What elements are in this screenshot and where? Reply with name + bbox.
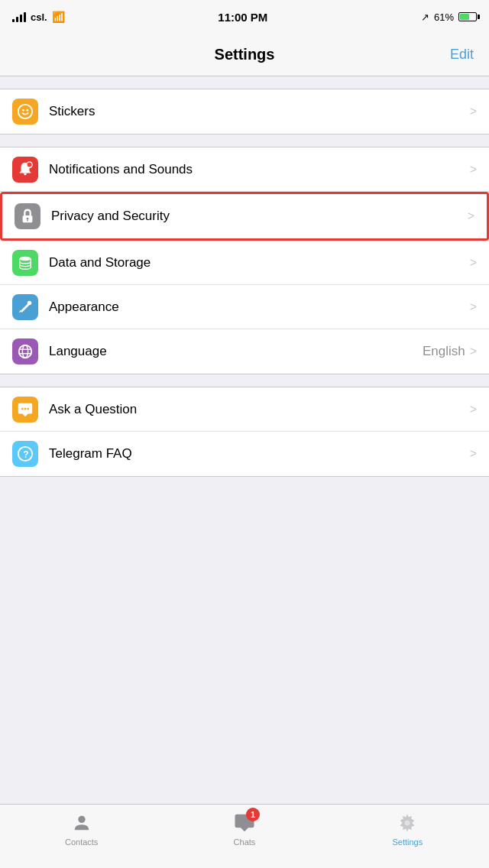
tab-chats[interactable]: 1 Chats [163, 811, 325, 847]
ask-icon [12, 397, 38, 423]
tab-contacts[interactable]: Contacts [0, 811, 163, 847]
page-title: Settings [215, 46, 275, 63]
settings-tab-label: Settings [392, 837, 423, 847]
stickers-icon [12, 99, 38, 125]
svg-point-9 [28, 300, 32, 305]
language-icon [12, 338, 38, 364]
status-time: 11:00 PM [218, 11, 267, 24]
notifications-chevron: > [470, 163, 477, 177]
ask-label: Ask a Question [49, 402, 470, 417]
language-chevron: > [470, 345, 477, 358]
stickers-label: Stickers [49, 104, 470, 119]
battery-percent: 61% [434, 11, 454, 23]
row-faq[interactable]: ? Telegram FAQ > [0, 432, 489, 476]
settings-tab-icon [395, 811, 419, 835]
stickers-svg [17, 103, 34, 120]
privacy-svg [19, 208, 36, 225]
stickers-chevron: > [470, 105, 477, 118]
notifications-svg [17, 161, 34, 178]
language-value: English [423, 344, 465, 359]
svg-point-0 [18, 105, 32, 118]
settings-content: Stickers > Notifications and Sounds > [0, 89, 489, 546]
chats-tab-label: Chats [234, 837, 256, 847]
row-stickers[interactable]: Stickers > [0, 89, 489, 134]
row-data[interactable]: Data and Storage > [0, 241, 489, 285]
appearance-svg [17, 299, 34, 316]
bar3 [20, 15, 22, 22]
section-stickers: Stickers > [0, 89, 489, 134]
signal-bars [12, 11, 26, 22]
data-label: Data and Storage [49, 255, 470, 270]
tab-bar: Contacts 1 Chats Settings [0, 804, 489, 868]
privacy-chevron: > [468, 209, 474, 223]
svg-point-11 [19, 345, 32, 358]
chats-tab-icon: 1 [232, 811, 257, 835]
svg-point-3 [27, 161, 32, 167]
appearance-icon [12, 294, 38, 320]
faq-chevron: > [470, 447, 477, 461]
notifications-label: Notifications and Sounds [49, 162, 470, 177]
language-svg [17, 343, 34, 360]
svg-text:?: ? [23, 449, 28, 460]
bar1 [12, 19, 15, 22]
contacts-icon [71, 812, 92, 834]
row-appearance[interactable]: Appearance > [0, 285, 489, 329]
status-bar: csl. 📶 11:00 PM ↗ 61% [0, 0, 489, 34]
svg-point-16 [24, 407, 27, 410]
faq-icon: ? [12, 441, 38, 467]
notifications-icon [12, 157, 38, 183]
status-right: ↗ 61% [421, 11, 477, 23]
row-language[interactable]: Language English > [0, 329, 489, 374]
svg-point-15 [21, 407, 24, 410]
section-help: Ask a Question > ? Telegram FAQ > [0, 387, 489, 477]
faq-svg: ? [17, 445, 34, 462]
data-chevron: > [470, 256, 477, 270]
tab-settings[interactable]: Settings [326, 811, 489, 847]
wifi-icon: 📶 [52, 11, 65, 23]
svg-point-1 [22, 109, 24, 112]
section-group-1: Stickers > [0, 89, 489, 134]
status-left: csl. 📶 [12, 11, 65, 23]
svg-point-7 [20, 256, 31, 261]
location-icon: ↗ [421, 11, 429, 23]
chats-badge: 1 [246, 808, 260, 821]
privacy-icon [15, 203, 40, 229]
appearance-chevron: > [470, 300, 477, 314]
row-notifications[interactable]: Notifications and Sounds > [0, 147, 489, 192]
svg-point-2 [26, 109, 28, 112]
faq-label: Telegram FAQ [49, 446, 470, 462]
battery-icon [458, 12, 477, 21]
svg-point-17 [27, 407, 29, 410]
svg-point-12 [22, 345, 28, 358]
privacy-label: Privacy and Security [51, 209, 468, 224]
battery-fill [460, 14, 469, 20]
appearance-label: Appearance [49, 300, 470, 315]
section-main: Notifications and Sounds > Privacy and S… [0, 147, 489, 374]
contacts-tab-label: Contacts [65, 837, 98, 847]
svg-point-20 [78, 816, 85, 823]
settings-icon [397, 812, 418, 834]
language-label: Language [49, 344, 423, 359]
bar4 [24, 12, 26, 22]
row-ask[interactable]: Ask a Question > [0, 387, 489, 432]
nav-bar: Settings Edit [0, 34, 489, 76]
svg-point-5 [27, 218, 29, 220]
row-privacy-highlight: Privacy and Security > [0, 192, 489, 241]
contacts-tab-icon [70, 811, 94, 835]
carrier-label: csl. [31, 11, 47, 23]
ask-svg [17, 401, 34, 418]
bar2 [16, 17, 18, 22]
svg-point-22 [405, 821, 410, 826]
ask-chevron: > [470, 403, 477, 416]
section-group-2: Notifications and Sounds > Privacy and S… [0, 147, 489, 374]
data-icon [12, 250, 38, 276]
data-svg [17, 254, 34, 271]
edit-button[interactable]: Edit [450, 47, 474, 63]
row-privacy[interactable]: Privacy and Security > [2, 194, 487, 238]
section-group-3: Ask a Question > ? Telegram FAQ > [0, 387, 489, 477]
